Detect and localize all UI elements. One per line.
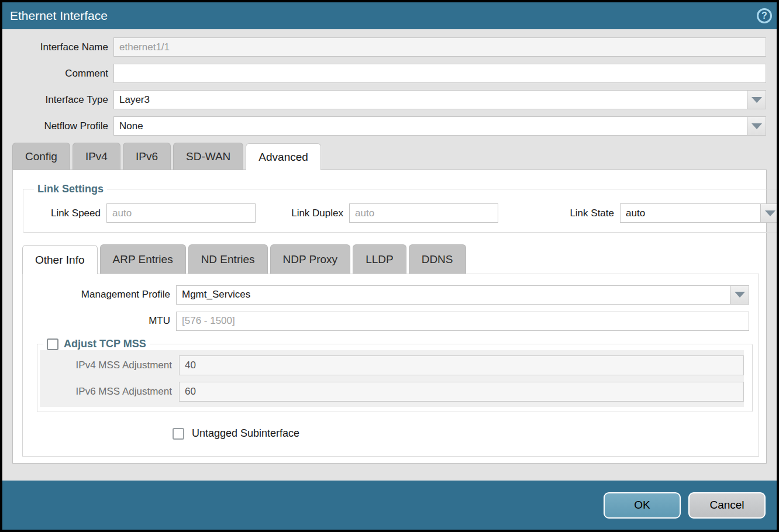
link-duplex-input[interactable] xyxy=(349,203,498,223)
untagged-subinterface-row: Untagged Subinterface xyxy=(173,427,759,440)
tab-ipv6[interactable]: IPv6 xyxy=(123,143,171,170)
chevron-down-icon xyxy=(735,292,745,298)
help-icon[interactable]: ? xyxy=(757,8,772,23)
comment-row: Comment xyxy=(2,64,766,83)
tab-lldp[interactable]: LLDP xyxy=(353,244,406,274)
untagged-subinterface-checkbox[interactable] xyxy=(173,428,184,440)
management-profile-select[interactable] xyxy=(176,285,749,305)
management-profile-value[interactable] xyxy=(176,285,730,305)
mtu-label: MTU xyxy=(23,315,176,327)
tab-other-info[interactable]: Other Info xyxy=(22,245,98,274)
interface-name-label: Interface Name xyxy=(2,42,113,53)
ipv4-mss-label: IPv4 MSS Adjustment xyxy=(40,360,179,371)
management-profile-row: Management Profile xyxy=(23,285,749,305)
adjust-tcp-mss-legend: Adjust TCP MSS xyxy=(43,338,150,350)
dialog-titlebar: Ethernet Interface ? xyxy=(2,2,777,29)
link-duplex-label: Link Duplex xyxy=(256,208,349,219)
link-state-dropdown-button[interactable] xyxy=(760,203,779,223)
tab-ddns[interactable]: DDNS xyxy=(409,244,466,274)
link-speed-label: Link Speed xyxy=(30,208,106,219)
ipv6-mss-row: IPv6 MSS Adjustment xyxy=(40,382,744,402)
link-settings-row: Link Speed Link Duplex Link State xyxy=(30,203,770,223)
mtu-input[interactable] xyxy=(176,312,749,331)
tab-advanced[interactable]: Advanced xyxy=(246,143,321,170)
ipv6-mss-label: IPv6 MSS Adjustment xyxy=(40,386,179,398)
comment-input[interactable] xyxy=(113,64,766,83)
ipv4-mss-input xyxy=(179,355,744,375)
mss-disabled-block: IPv4 MSS Adjustment IPv6 MSS Adjustment xyxy=(40,350,744,407)
interface-type-dropdown-button[interactable] xyxy=(747,90,766,109)
untagged-subinterface-label: Untagged Subinterface xyxy=(192,427,299,440)
link-settings-fieldset: Link Settings Link Speed Link Duplex Lin… xyxy=(23,183,777,233)
tab-sdwan[interactable]: SD-WAN xyxy=(173,143,243,170)
chevron-down-icon xyxy=(752,123,762,129)
tab-ipv4[interactable]: IPv4 xyxy=(73,143,120,170)
link-state-value[interactable] xyxy=(620,203,760,223)
dialog-footer: OK Cancel xyxy=(2,481,777,530)
adjust-tcp-mss-label: Adjust TCP MSS xyxy=(64,338,146,350)
cancel-button[interactable]: Cancel xyxy=(688,492,766,519)
management-profile-dropdown-button[interactable] xyxy=(730,285,749,305)
netflow-profile-value[interactable] xyxy=(113,116,747,136)
tab-config[interactable]: Config xyxy=(12,143,70,170)
management-profile-label: Management Profile xyxy=(23,289,176,300)
netflow-profile-select[interactable] xyxy=(113,116,766,136)
info-tabs: Other Info ARP Entries ND Entries NDP Pr… xyxy=(22,244,766,274)
interface-type-select[interactable] xyxy=(113,90,766,109)
interface-type-value[interactable] xyxy=(113,90,747,109)
main-tabs: Config IPv4 IPv6 SD-WAN Advanced xyxy=(12,143,777,170)
adjust-tcp-mss-fieldset: Adjust TCP MSS IPv4 MSS Adjustment IPv6 … xyxy=(37,338,753,412)
interface-type-row: Interface Type xyxy=(2,90,766,109)
tab-ndp-proxy[interactable]: NDP Proxy xyxy=(270,244,351,274)
tab-nd-entries[interactable]: ND Entries xyxy=(188,244,268,274)
dialog-body: Interface Name Comment Interface Type Ne… xyxy=(2,29,777,481)
netflow-profile-label: Netflow Profile xyxy=(2,120,113,132)
link-settings-legend: Link Settings xyxy=(34,183,107,195)
ethernet-interface-dialog: Ethernet Interface ? Interface Name Comm… xyxy=(0,0,779,532)
link-speed-input[interactable] xyxy=(106,203,256,223)
chevron-down-icon xyxy=(765,210,775,216)
comment-label: Comment xyxy=(2,68,113,80)
link-state-label: Link State xyxy=(531,208,620,219)
top-form: Interface Name Comment Interface Type Ne… xyxy=(2,29,777,136)
mtu-row: MTU xyxy=(23,311,749,331)
chevron-down-icon xyxy=(752,97,762,103)
netflow-profile-dropdown-button[interactable] xyxy=(747,116,766,136)
interface-name-row: Interface Name xyxy=(2,37,766,57)
advanced-tab-panel: Link Settings Link Speed Link Duplex Lin… xyxy=(12,170,767,464)
interface-name-input xyxy=(113,37,766,57)
ipv4-mss-row: IPv4 MSS Adjustment xyxy=(40,355,744,375)
other-info-panel: Management Profile MTU xyxy=(22,274,759,457)
ok-button[interactable]: OK xyxy=(604,492,681,519)
dialog-title: Ethernet Interface xyxy=(10,9,108,23)
link-state-select[interactable] xyxy=(620,203,770,223)
netflow-profile-row: Netflow Profile xyxy=(2,116,766,136)
tab-arp-entries[interactable]: ARP Entries xyxy=(100,244,186,274)
adjust-tcp-mss-checkbox[interactable] xyxy=(47,338,58,350)
interface-type-label: Interface Type xyxy=(2,94,113,106)
ipv6-mss-input xyxy=(179,382,744,402)
